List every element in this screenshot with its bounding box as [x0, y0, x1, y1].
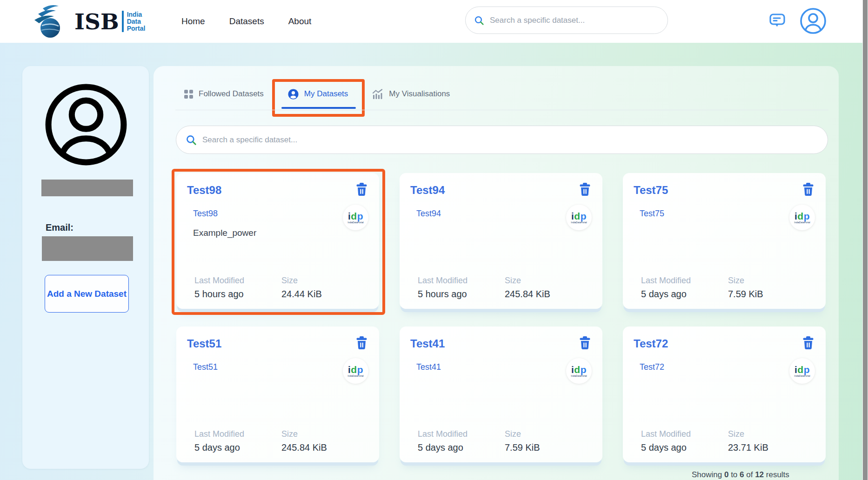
dataset-subtitle: Test94	[416, 209, 589, 219]
delete-dataset-button[interactable]	[356, 336, 367, 349]
tab-followed-datasets[interactable]: Followed Datasets	[184, 87, 264, 101]
dataset-title[interactable]: Test41	[410, 337, 589, 350]
last-modified-label: Last Modified	[194, 429, 281, 439]
tab-label: My Datasets	[304, 89, 348, 99]
trash-icon	[802, 183, 814, 196]
last-modified-value: 5 days ago	[418, 442, 505, 453]
idp-logo-subtext: IndiaDataPortal	[347, 374, 363, 377]
feedback-chat-button[interactable]	[769, 12, 786, 29]
dataset-meta: Last Modified 5 days ago Size 245.84 KiB	[194, 429, 327, 453]
size-label: Size	[505, 276, 550, 286]
profile-icon	[799, 7, 827, 35]
idp-logo-letters: idp	[571, 212, 587, 221]
tabs-divider	[175, 110, 828, 110]
isb-wordmark: ISB	[74, 11, 119, 33]
redacted-username	[41, 180, 133, 196]
dataset-title[interactable]: Test75	[634, 184, 813, 197]
tab-label: Followed Datasets	[199, 89, 264, 99]
nav-home[interactable]: Home	[181, 16, 205, 27]
dataset-grid: Test98 Test98 Example_power idp IndiaDat…	[176, 173, 826, 462]
header-search-input[interactable]	[490, 16, 659, 25]
profile-menu-button[interactable]	[799, 7, 827, 35]
idp-logo-letters: idp	[571, 365, 587, 374]
scrollbar-thumb[interactable]	[863, 0, 868, 480]
tab-label: My Visualisations	[389, 89, 450, 99]
dataset-subtitle: Test41	[416, 362, 589, 372]
delete-dataset-button[interactable]	[579, 336, 591, 349]
dataset-card-body[interactable]: Test51 Test51 idp IndiaDataPortal	[176, 327, 379, 462]
size-label: Size	[505, 429, 540, 439]
delete-dataset-button[interactable]	[802, 336, 814, 349]
scrollbar[interactable]	[862, 0, 868, 480]
results-summary: Showing 0 to 6 of 12 results	[692, 470, 789, 480]
dataset-card: Test98 Test98 Example_power idp IndiaDat…	[176, 173, 379, 309]
dataset-description	[640, 381, 813, 392]
last-modified-value: 5 days ago	[194, 442, 281, 453]
chart-icon	[372, 89, 383, 100]
main-nav: Home Datasets About	[181, 0, 311, 43]
dataset-title[interactable]: Test72	[634, 337, 813, 350]
trash-icon	[802, 336, 814, 349]
logo-separator	[122, 11, 124, 32]
dataset-title[interactable]: Test98	[187, 184, 366, 197]
dataset-meta: Last Modified 5 hours ago Size 24.44 KiB	[194, 276, 322, 300]
delete-dataset-button[interactable]	[356, 183, 367, 196]
dataset-description	[640, 228, 813, 238]
user-avatar-icon	[43, 81, 129, 168]
dataset-card: Test75 Test75 idp IndiaDataPortal	[623, 173, 826, 309]
idp-logo: idp IndiaDataPortal	[566, 205, 592, 230]
dataset-card-body[interactable]: Test98 Test98 Example_power idp IndiaDat…	[176, 173, 379, 309]
idp-logo: idp IndiaDataPortal	[343, 358, 368, 384]
top-navbar: ISB India Data Portal Home Datasets Abou…	[0, 0, 868, 43]
dataset-card: Test51 Test51 idp IndiaDataPortal	[176, 327, 379, 462]
content-panel: Followed Datasets My Datasets	[154, 66, 839, 480]
dataset-subtitle: Test98	[193, 209, 366, 219]
email-label: Email:	[46, 222, 73, 233]
last-modified-value: 5 days ago	[641, 442, 728, 453]
add-dataset-button[interactable]: Add a New Dataset	[45, 275, 129, 313]
nav-about[interactable]: About	[288, 16, 312, 27]
last-modified-label: Last Modified	[194, 276, 281, 286]
size-label: Size	[281, 429, 327, 439]
dataset-card-body[interactable]: Test41 Test41 idp IndiaDataPortal	[400, 327, 602, 462]
dataset-subtitle: Test51	[193, 362, 366, 372]
dataset-search-input[interactable]	[202, 135, 818, 145]
last-modified-label: Last Modified	[641, 276, 728, 286]
dataset-meta: Last Modified 5 hours ago Size 245.84 Ki…	[418, 276, 550, 300]
header-search[interactable]	[465, 7, 668, 34]
trash-icon	[356, 183, 367, 196]
idp-logo: idp IndiaDataPortal	[343, 205, 368, 230]
size-label: Size	[281, 276, 322, 286]
idp-logo-subtext: IndiaDataPortal	[571, 221, 587, 224]
delete-dataset-button[interactable]	[802, 183, 814, 196]
dataset-card: Test41 Test41 idp IndiaDataPortal	[400, 327, 602, 462]
dataset-tabs: Followed Datasets My Datasets	[184, 87, 450, 101]
dataset-card-body[interactable]: Test72 Test72 idp IndiaDataPortal	[623, 327, 826, 462]
dataset-card-body[interactable]: Test94 Test94 idp IndiaDataPortal	[400, 173, 602, 309]
chat-icon	[769, 12, 786, 29]
dataset-title[interactable]: Test94	[410, 184, 589, 197]
last-modified-label: Last Modified	[418, 429, 505, 439]
idp-logo-letters: idp	[795, 212, 810, 221]
dataset-meta: Last Modified 5 days ago Size 7.59 KiB	[418, 429, 540, 453]
tab-my-visualisations[interactable]: My Visualisations	[372, 87, 450, 101]
dataset-meta: Last Modified 5 days ago Size 23.71 KiB	[641, 429, 768, 453]
delete-dataset-button[interactable]	[579, 183, 591, 196]
trash-icon	[356, 336, 367, 349]
search-icon	[186, 134, 197, 146]
dataset-search[interactable]	[176, 126, 828, 154]
isb-logo[interactable]: ISB India Data Portal	[29, 4, 145, 39]
size-value: 23.71 KiB	[728, 442, 768, 453]
idp-logo-subtext: IndiaDataPortal	[347, 221, 363, 224]
tab-my-datasets[interactable]: My Datasets	[288, 87, 348, 101]
dataset-description	[193, 381, 366, 392]
dataset-description	[416, 381, 589, 392]
dataset-card-body[interactable]: Test75 Test75 idp IndiaDataPortal	[623, 173, 826, 309]
size-value: 245.84 KiB	[505, 289, 550, 300]
dataset-subtitle: Test75	[640, 209, 813, 219]
logo-tagline: India Data Portal	[127, 11, 146, 32]
idp-logo-letters: idp	[348, 212, 363, 221]
nav-datasets[interactable]: Datasets	[229, 16, 264, 27]
last-modified-label: Last Modified	[418, 276, 505, 286]
dataset-title[interactable]: Test51	[187, 337, 366, 350]
